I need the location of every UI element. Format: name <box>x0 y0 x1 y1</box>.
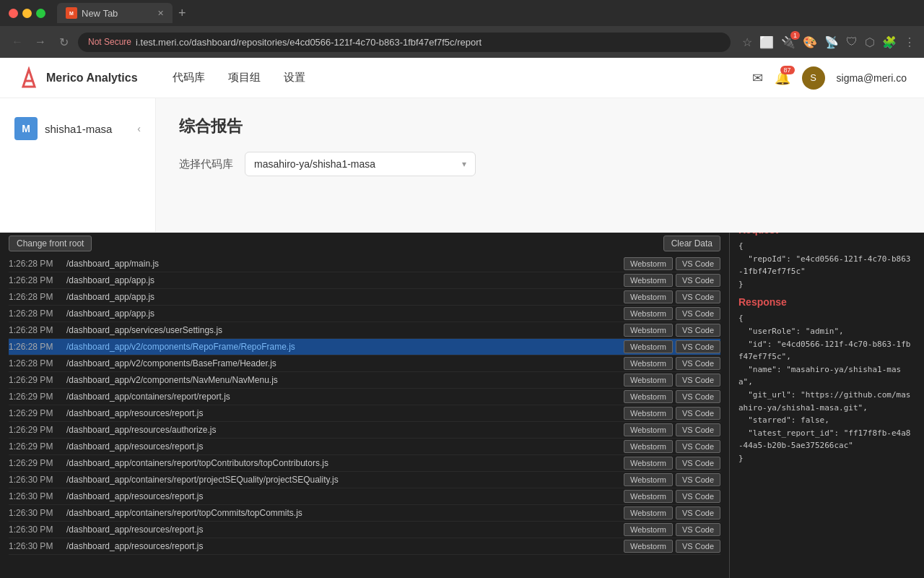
webstorm-button[interactable]: Webstorm <box>624 490 673 503</box>
clear-data-button[interactable]: Clear Data <box>663 236 720 251</box>
shield-icon[interactable]: 🛡 <box>846 35 858 48</box>
new-tab-button[interactable]: + <box>178 6 186 21</box>
vscode-button[interactable]: VS Code <box>676 407 720 420</box>
webstorm-button[interactable]: Webstorm <box>624 523 673 536</box>
vscode-button[interactable]: VS Code <box>676 274 720 287</box>
vscode-button[interactable]: VS Code <box>676 457 720 470</box>
minimize-traffic-light[interactable] <box>22 9 32 18</box>
log-row[interactable]: 1:26:29 PM /dashboard_app/resources/repo… <box>9 405 720 422</box>
webstorm-button[interactable]: Webstorm <box>624 457 673 470</box>
address-text: i.test.meri.co/dashboard/repositories/e4… <box>136 37 481 48</box>
vscode-button[interactable]: VS Code <box>676 290 720 303</box>
repo-select-chevron-icon: ▾ <box>462 159 466 169</box>
vscode-button[interactable]: VS Code <box>676 374 720 387</box>
vscode-button[interactable]: VS Code <box>676 324 720 337</box>
webstorm-button[interactable]: Webstorm <box>624 290 673 303</box>
bookmark-icon[interactable]: ☆ <box>742 35 752 49</box>
extensions-icon[interactable]: 🔌 1 <box>781 35 796 49</box>
webstorm-button[interactable]: Webstorm <box>624 390 673 403</box>
close-traffic-light[interactable] <box>9 9 18 18</box>
screenshot-icon[interactable]: ⬜ <box>759 35 774 49</box>
webstorm-button[interactable]: Webstorm <box>624 407 673 420</box>
sidebar-chevron-icon[interactable]: ‹ <box>137 123 141 134</box>
log-row[interactable]: 1:26:28 PM /dashboard_app/main.js Websto… <box>9 256 720 272</box>
back-button[interactable]: ← <box>9 35 26 48</box>
browser-toolbar: ☆ ⬜ 🔌 1 🎨 📡 🛡 ⬡ 🧩 ⋮ <box>742 35 915 49</box>
notification-badge: 87 <box>780 66 795 74</box>
repo-select-dropdown[interactable]: masahiro-ya/shisha1-masa ▾ <box>245 152 476 176</box>
chrome-icon[interactable]: ⬡ <box>865 35 875 49</box>
log-actions: Webstorm VS Code <box>624 473 720 486</box>
forward-button[interactable]: → <box>32 35 49 48</box>
webstorm-button[interactable]: Webstorm <box>624 540 673 553</box>
log-row[interactable]: 1:26:30 PM /dashboard_app/resources/repo… <box>9 538 720 555</box>
color-picker-icon[interactable]: 🎨 <box>803 35 817 49</box>
log-row[interactable]: 1:26:30 PM /dashboard_app/containers/rep… <box>9 472 720 488</box>
tab-title: New Tab <box>82 8 118 19</box>
tab-close-button[interactable]: ✕ <box>157 9 164 18</box>
sidebar-repo-item[interactable]: M shisha1-masa ‹ <box>0 110 155 147</box>
vscode-button[interactable]: VS Code <box>676 390 720 403</box>
log-row[interactable]: 1:26:30 PM /dashboard_app/containers/rep… <box>9 505 720 522</box>
webstorm-button[interactable]: Webstorm <box>624 357 673 370</box>
cast-icon[interactable]: 📡 <box>824 35 839 49</box>
notification-icon[interactable]: 🔔 87 <box>775 70 790 86</box>
log-row[interactable]: 1:26:29 PM /dashboard_app/resources/auth… <box>9 422 720 439</box>
log-actions: Webstorm VS Code <box>624 390 720 403</box>
nav-link-projects[interactable]: 项目组 <box>228 71 261 85</box>
log-row[interactable]: 1:26:28 PM /dashboard_app/services/userS… <box>9 322 720 339</box>
webstorm-button[interactable]: Webstorm <box>624 440 673 453</box>
log-row[interactable]: 1:26:28 PM /dashboard_app/v2/components/… <box>9 339 720 355</box>
log-row[interactable]: 1:26:29 PM /dashboard_app/resources/repo… <box>9 439 720 455</box>
webstorm-button[interactable]: Webstorm <box>624 257 673 270</box>
vscode-button[interactable]: VS Code <box>676 340 720 353</box>
vscode-button[interactable]: VS Code <box>676 307 720 320</box>
webstorm-button[interactable]: Webstorm <box>624 423 673 436</box>
vscode-button[interactable]: VS Code <box>676 423 720 436</box>
log-row[interactable]: 1:26:29 PM /dashboard_app/containers/rep… <box>9 455 720 472</box>
webstorm-button[interactable]: Webstorm <box>624 506 673 519</box>
log-row[interactable]: 1:26:30 PM /dashboard_app/resources/repo… <box>9 488 720 505</box>
log-row[interactable]: 1:26:28 PM /dashboard_app/app.js Webstor… <box>9 272 720 289</box>
vscode-button[interactable]: VS Code <box>676 257 720 270</box>
app-body: M shisha1-masa ‹ 综合报告 选择代码库 masahiro-ya/… <box>0 98 924 233</box>
log-row[interactable]: 1:26:29 PM /dashboard_app/v2/components/… <box>9 372 720 389</box>
reload-button[interactable]: ↻ <box>55 35 72 49</box>
request-code: { "repoId": "e4cd0566-121f-4c70-b863-1fb… <box>738 240 915 290</box>
log-row[interactable]: 1:26:28 PM /dashboard_app/v2/components/… <box>9 355 720 372</box>
webstorm-button[interactable]: Webstorm <box>624 340 673 353</box>
vscode-button[interactable]: VS Code <box>676 440 720 453</box>
log-path: /dashboard_app/v2/components/NavMenu/Nav… <box>66 375 618 385</box>
webstorm-button[interactable]: Webstorm <box>624 374 673 387</box>
change-front-root-button[interactable]: Change front root <box>9 236 92 251</box>
vscode-button[interactable]: VS Code <box>676 490 720 503</box>
browser-tab[interactable]: M New Tab ✕ <box>57 3 173 23</box>
webstorm-button[interactable]: Webstorm <box>624 274 673 287</box>
vscode-button[interactable]: VS Code <box>676 357 720 370</box>
nav-link-repositories[interactable]: 代码库 <box>173 71 205 85</box>
address-input[interactable]: Not Secure i.test.meri.co/dashboard/repo… <box>78 33 731 52</box>
log-actions: Webstorm VS Code <box>624 357 720 370</box>
log-row[interactable]: 1:26:28 PM /dashboard_app/app.js Webstor… <box>9 289 720 306</box>
log-path: /dashboard_app/containers/report/project… <box>66 475 618 485</box>
vscode-button[interactable]: VS Code <box>676 506 720 519</box>
vscode-button[interactable]: VS Code <box>676 473 720 486</box>
mail-icon[interactable]: ✉ <box>752 70 763 86</box>
log-row[interactable]: 1:26:29 PM /dashboard_app/containers/rep… <box>9 389 720 405</box>
extensions-menu-icon[interactable]: 🧩 <box>882 35 897 49</box>
webstorm-button[interactable]: Webstorm <box>624 307 673 320</box>
vscode-button[interactable]: VS Code <box>676 523 720 536</box>
log-path: /dashboard_app/services/userSettings.js <box>66 325 618 335</box>
log-time: 1:26:29 PM <box>9 441 66 452</box>
vscode-button[interactable]: VS Code <box>676 540 720 553</box>
nav-link-settings[interactable]: 设置 <box>284 71 305 85</box>
settings-icon[interactable]: ⋮ <box>904 35 915 49</box>
webstorm-button[interactable]: Webstorm <box>624 473 673 486</box>
log-row[interactable]: 1:26:28 PM /dashboard_app/app.js Webstor… <box>9 306 720 322</box>
devtools-right-panel: Request { "repoId": "e4cd0566-121f-4c70-… <box>729 215 924 578</box>
webstorm-button[interactable]: Webstorm <box>624 324 673 337</box>
log-time: 1:26:28 PM <box>9 342 66 352</box>
user-avatar: S <box>802 66 825 90</box>
fullscreen-traffic-light[interactable] <box>36 9 45 18</box>
log-row[interactable]: 1:26:30 PM /dashboard_app/resources/repo… <box>9 522 720 538</box>
